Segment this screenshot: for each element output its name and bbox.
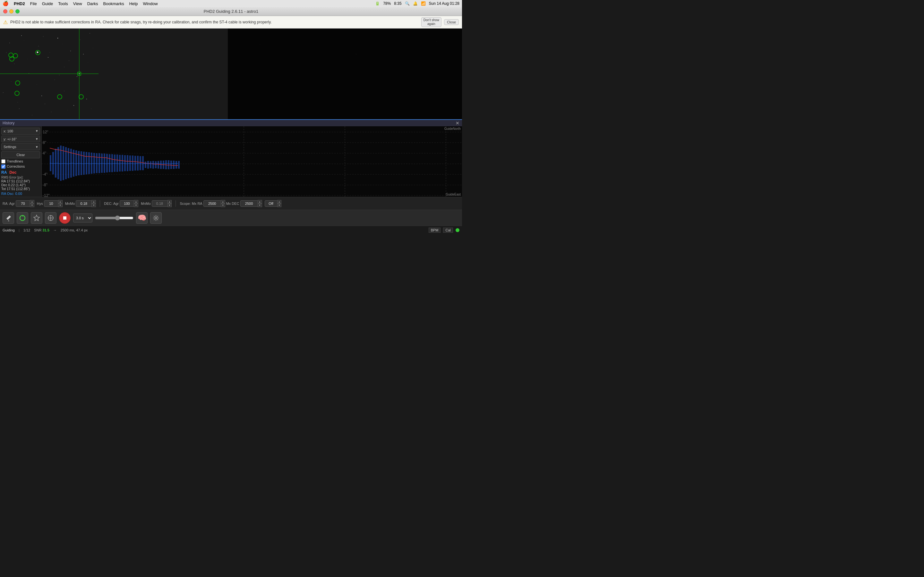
exposure-select[interactable]: 3.0 s 0.5 s 1.0 s 2.0 s 5.0 s 10.0 s [73,213,92,222]
dec-controls: DEC: Agr ▲ ▼ [104,200,138,207]
svg-rect-118 [158,161,159,169]
bpm-button[interactable]: BPM [429,227,441,233]
off-spinner[interactable]: ▲ ▼ [277,200,282,207]
menubar-right: 🔋 78% 8:35 🔍 🔔 📶 Sun 14 Aug 01:28 [375,1,459,6]
dec-agr-spinner[interactable]: ▲ ▼ [134,200,138,207]
ra-agr-up[interactable]: ▲ [30,200,34,203]
svg-point-52 [79,73,80,74]
battery-icon: 🔋 [375,1,380,6]
svg-rect-77 [52,152,54,174]
title-bar: PHD2 Guiding 2.6.11 - astro1 [0,7,462,16]
menu-view[interactable]: View [73,1,82,6]
settings-button[interactable] [150,212,162,224]
cal-button[interactable]: Cal [443,227,453,233]
exposure-slider[interactable] [95,215,134,221]
history-close-button[interactable]: ✕ [456,121,459,126]
dec-mnmo-down[interactable]: ▼ [168,203,172,207]
svg-rect-94 [96,153,97,173]
menu-help[interactable]: Help [129,1,138,6]
mx-dec-up[interactable]: ▲ [258,200,262,203]
svg-rect-102 [116,155,118,172]
dec-agr-down[interactable]: ▼ [134,203,138,207]
search-icon[interactable]: 🔍 [405,1,410,6]
trendlines-input[interactable] [1,159,5,163]
stop-button[interactable] [59,212,71,224]
mnmo-ra-label: MnMo [65,201,75,205]
hys-spinner[interactable]: ▲ ▼ [58,200,63,207]
off-down[interactable]: ▼ [277,203,282,207]
scope-controls: Scope: Mx RA ▲ ▼ Mx DEC ▲ ▼ [180,200,262,207]
hys-input[interactable] [44,200,58,207]
svg-point-29 [49,52,50,53]
notification-icon[interactable]: 🔔 [413,1,418,6]
minimize-button[interactable] [9,9,13,13]
mx-dec-down[interactable]: ▼ [258,203,262,207]
svg-point-20 [73,105,74,106]
svg-rect-111 [140,156,141,170]
brain-button[interactable]: 🧠 [136,212,148,224]
dont-show-button[interactable]: Don't showagain [421,17,441,27]
apple-menu[interactable]: 🍎 [3,1,9,6]
mx-ra-up[interactable]: ▲ [221,200,225,203]
svg-rect-110 [137,156,139,171]
close-alert-button[interactable]: Close [444,19,459,25]
ra-agr-down[interactable]: ▼ [30,203,34,207]
corrections-checkbox[interactable]: Corrections [1,164,40,169]
ra-agr-input[interactable] [16,200,30,207]
menu-window[interactable]: Window [143,1,158,6]
snr-label: SNR [34,228,41,232]
close-button[interactable] [3,9,7,13]
off-input[interactable] [265,200,278,207]
mx-dec-input[interactable] [240,200,258,207]
history-chart[interactable]: GuideNorth GuideEast 12" 8" [42,126,462,197]
hys-up[interactable]: ▲ [58,200,63,203]
corrections-input[interactable] [1,164,5,169]
star-button[interactable] [31,212,42,224]
dec-label: Dec [9,170,16,175]
svg-rect-103 [119,155,121,171]
ra-agr-spinner[interactable]: ▲ ▼ [30,200,34,207]
off-up[interactable]: ▲ [277,200,282,203]
ra-osc: RA Osc: 0.00 [1,192,40,195]
alert-message: PHD2 is not able to make sufficient corr… [10,20,419,24]
svg-point-3 [38,46,39,46]
star-field-left[interactable] [0,29,99,119]
dec-agr-input[interactable] [120,200,134,207]
mx-ra-input[interactable] [204,200,221,207]
alert-bar: ⚠ PHD2 is not able to make sufficient co… [0,16,462,29]
main-image-panel [0,29,462,119]
mx-dec-spinner[interactable]: ▲ ▼ [258,200,262,207]
dec-mnmo-up[interactable]: ▲ [168,200,172,203]
dec-agr-up[interactable]: ▲ [134,200,138,203]
svg-rect-114 [147,161,149,169]
mnmo-ra-spinner[interactable]: ▲ ▼ [91,200,96,207]
trendlines-checkbox[interactable]: Trendlines [1,159,40,163]
svg-point-57 [404,93,405,93]
menu-guide[interactable]: Guide [42,1,53,6]
menu-bookmarks[interactable]: Bookmarks [103,1,124,6]
mnmo-ra-up[interactable]: ▲ [91,200,96,203]
dec-mnmo-spinner[interactable]: ▲ ▼ [168,200,172,207]
menu-file[interactable]: File [30,1,37,6]
pencil-button[interactable] [3,212,14,224]
x-scale-control[interactable]: x: 100 ▾ [1,127,40,135]
svg-rect-134 [63,216,66,219]
menu-phd2[interactable]: PHD2 [14,1,25,6]
mx-ra-spinner[interactable]: ▲ ▼ [221,200,225,207]
y-scale-control[interactable]: y: +/-16" ▾ [1,135,40,143]
refresh-button[interactable] [17,212,28,224]
dec-mnmo-input[interactable] [152,200,168,207]
history-header: History ✕ [0,120,462,126]
mx-ra-down[interactable]: ▼ [221,203,225,207]
menu-tools[interactable]: Tools [58,1,68,6]
clear-button[interactable]: Clear [1,151,40,158]
settings-control[interactable]: Settings ▾ [1,143,40,150]
menu-darks[interactable]: Darks [87,1,98,6]
wifi-icon[interactable]: 📶 [421,1,426,6]
mnmo-ra-down[interactable]: ▼ [91,203,96,207]
dec-agr-label: DEC: Agr [104,201,119,205]
crosshair-button[interactable] [45,212,57,224]
mnmo-ra-input[interactable] [76,200,92,207]
hys-down[interactable]: ▼ [58,203,63,207]
maximize-button[interactable] [15,9,19,13]
